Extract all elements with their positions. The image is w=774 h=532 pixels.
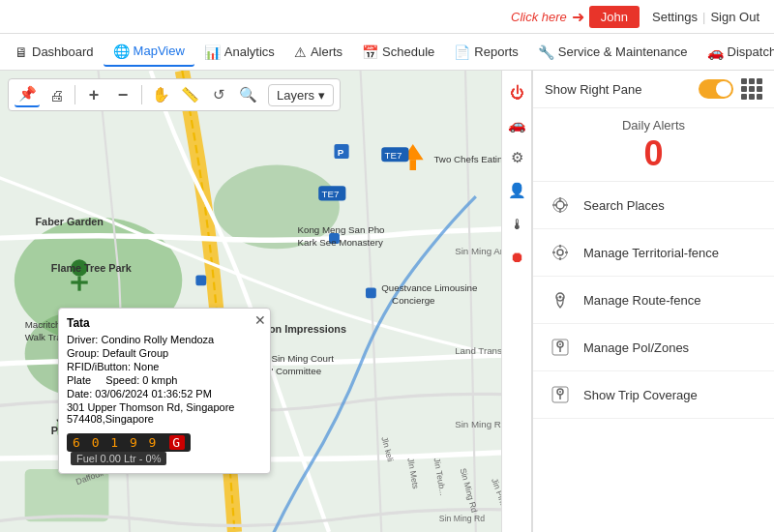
nav-mapview[interactable]: 🌐 MapView [104, 38, 194, 67]
svg-point-80 [559, 391, 561, 393]
zoom-in-tool[interactable]: + [81, 82, 106, 107]
mapview-icon: 🌐 [113, 44, 130, 59]
territorial-fence-item[interactable]: Manage Territorial-fence [533, 229, 774, 277]
group-row: Group: Default Group [67, 347, 262, 359]
trip-coverage-label: Show Trip Coverage [583, 388, 698, 402]
daily-alerts-label: Daily Alerts [545, 118, 762, 133]
trip-coverage-icon [547, 381, 574, 408]
plate-label: Plate [67, 374, 91, 386]
map-area[interactable]: P TE7 TE7 TE8 Faber Garden Flame Tree Pa… [0, 71, 532, 532]
car-side-icon[interactable]: 🚗 [503, 111, 530, 138]
dispatch-icon: 🚗 [707, 44, 724, 60]
trip-coverage-item[interactable]: Show Trip Coverage [533, 371, 774, 419]
svg-text:Kong Meng San Pho: Kong Meng San Pho [298, 224, 386, 235]
odometer-display: 6 0 1 9 9 G [67, 433, 191, 452]
service-icon: 🔧 [538, 44, 554, 60]
route-fence-icon [547, 286, 574, 313]
toggle-knob [716, 81, 731, 97]
zoom-out-tool[interactable]: − [110, 82, 135, 107]
svg-rect-15 [410, 160, 417, 170]
vehicle-popup: ✕ Tata Driver: Condino Rolly Mendoza Gro… [58, 308, 271, 474]
settings-link[interactable]: Settings [652, 10, 698, 24]
driver-label: Driver: [67, 334, 98, 345]
layers-label: Layers [277, 88, 314, 103]
date-label: Date: [67, 388, 92, 399]
svg-text:Questvance Limousine: Questvance Limousine [381, 282, 477, 293]
right-panel-top: Show Right Pane [533, 71, 774, 108]
svg-rect-6 [195, 275, 206, 285]
search-places-item[interactable]: Search Places [533, 182, 774, 229]
territorial-fence-label: Manage Territorial-fence [583, 246, 719, 260]
top-bar: Click here ➜ John Settings | Sign Out [0, 0, 774, 34]
address-text: 301 Upper Thomson Rd, Singapore 574408,S… [67, 401, 234, 425]
signout-link[interactable]: Sign Out [710, 10, 759, 24]
ruler-tool[interactable]: 📏 [177, 82, 202, 107]
power-icon[interactable]: ⏻ [503, 78, 530, 105]
record-side-icon[interactable]: ⏺ [503, 243, 530, 270]
thermometer-side-icon[interactable]: 🌡 [503, 210, 530, 237]
right-panel: Show Right Pane Da [532, 71, 774, 532]
pol-zones-item[interactable]: Manage Pol/Zones [533, 324, 774, 371]
search-tool[interactable]: 🔍 [235, 82, 260, 107]
svg-point-73 [559, 296, 562, 299]
speed-value: 0 kmph [142, 374, 177, 386]
rfid-row: RFID/iButton: None [67, 361, 262, 372]
pin-tool[interactable]: 📌 [15, 82, 40, 107]
rfid-value: None [134, 361, 159, 372]
nav-dispatch[interactable]: 🚗 Dispatch [698, 39, 774, 66]
nav-alerts[interactable]: ⚠ Alerts [284, 39, 352, 66]
svg-text:Concierge: Concierge [392, 295, 434, 306]
svg-point-60 [556, 201, 564, 209]
svg-point-67 [557, 250, 563, 255]
nav-reports[interactable]: 📄 Reports [444, 39, 528, 66]
click-here-label: Click here [511, 10, 567, 24]
nav-analytics[interactable]: 📊 Analytics [194, 39, 284, 66]
route-fence-label: Manage Route-fence [583, 293, 700, 308]
driver-name: Condino Rolly Mendoza [101, 334, 214, 345]
svg-text:Faber Garden: Faber Garden [36, 216, 104, 227]
svg-text:P: P [338, 147, 344, 158]
show-right-pane-toggle[interactable] [699, 79, 733, 99]
arrow-icon: ➜ [572, 8, 584, 26]
search-places-label: Search Places [583, 198, 665, 213]
svg-point-66 [553, 246, 567, 259]
fuel-display: Fuel 0.00 Ltr - 0% [71, 452, 166, 465]
person-side-icon[interactable]: 👤 [503, 177, 530, 204]
vehicle-name: Tata [67, 316, 262, 330]
show-right-pane-label: Show Right Pane [545, 82, 641, 97]
print-tool[interactable]: 🖨 [44, 82, 69, 107]
svg-text:Kark See Monastery: Kark See Monastery [298, 237, 383, 248]
main-area: P TE7 TE7 TE8 Faber Garden Flame Tree Pa… [0, 71, 774, 532]
group-name: Default Group [103, 347, 168, 359]
daily-alerts-count: 0 [545, 136, 762, 171]
nav-schedule[interactable]: 📅 Schedule [352, 39, 444, 66]
nav-bar: 🖥 Dashboard 🌐 MapView 📊 Analytics ⚠ Aler… [0, 34, 774, 71]
svg-text:TE7: TE7 [385, 150, 402, 161]
search-places-icon [547, 192, 574, 219]
popup-close-button[interactable]: ✕ [254, 312, 266, 328]
territorial-fence-icon [547, 239, 574, 266]
svg-rect-8 [366, 287, 376, 298]
daily-alerts-section: Daily Alerts 0 [533, 108, 774, 182]
layers-button[interactable]: Layers ▾ [268, 84, 334, 106]
svg-text:Flame Tree Park: Flame Tree Park [51, 262, 133, 274]
pol-zones-icon [547, 334, 574, 361]
layers-chevron-icon: ▾ [318, 88, 325, 103]
grid-view-button[interactable] [741, 78, 762, 100]
pol-zones-label: Manage Pol/Zones [583, 340, 689, 355]
odometer-suffix: G [169, 435, 185, 450]
hand-tool[interactable]: ✋ [148, 82, 173, 107]
address-row: 301 Upper Thomson Rd, Singapore 574408,S… [67, 401, 262, 425]
route-fence-item[interactable]: Manage Route-fence [533, 277, 774, 324]
date-value: 03/06/2024 01:36:52 PM [95, 388, 211, 399]
nav-service[interactable]: 🔧 Service & Maintenance [528, 39, 698, 66]
plate-speed-row: Plate Speed: 0 kmph [67, 374, 262, 386]
group-label: Group: [67, 347, 100, 359]
toolbar-divider-2 [141, 85, 142, 104]
user-button[interactable]: John [589, 6, 640, 28]
settings-side-icon[interactable]: ⚙ [503, 144, 530, 171]
refresh-tool[interactable]: ↺ [206, 82, 231, 107]
svg-text:TE7: TE7 [321, 189, 339, 199]
schedule-icon: 📅 [362, 44, 378, 60]
nav-dashboard[interactable]: 🖥 Dashboard [5, 39, 104, 66]
